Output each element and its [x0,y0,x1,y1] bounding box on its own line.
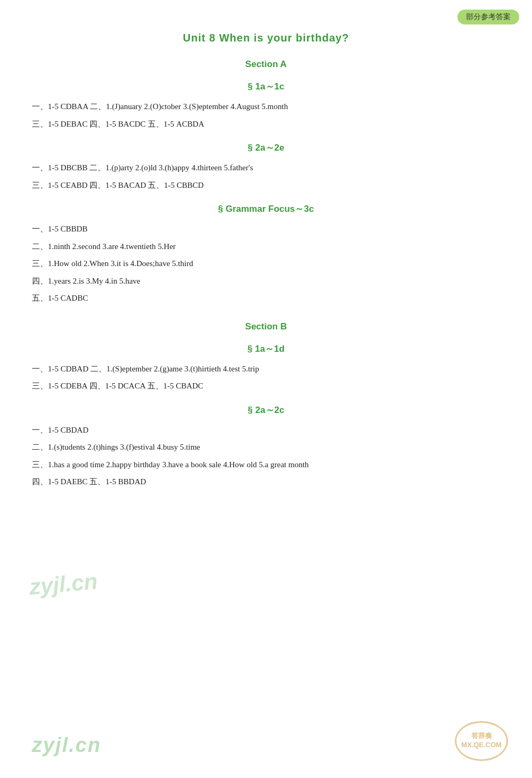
sub-section-2a2e-title: § 2a～2e [32,142,500,154]
sub-section-2a2c-content: 一、1-5 CBDAD 二、1.(s)tudents 2.(t)hings 3.… [32,424,500,489]
answer-line: 三、1.has a good time 2.happy birthday 3.h… [32,458,500,472]
sub-section-1a1d-content: 一、1-5 CDBAD 二、1.(S)eptember 2.(g)ame 3.(… [32,362,500,393]
answer-line: 四、1-5 DAEBC 五、1-5 BBDAD [32,475,500,489]
answer-line: 三、1-5 CDEBA 四、1-5 DCACA 五、1-5 CBADC [32,379,500,393]
watermark-right: 答辞奏 MX.QE.COM [452,719,511,762]
sub-section-1a1c-content: 一、1-5 CDBAA 二、1.(J)anuary 2.(O)ctober 3.… [32,100,500,131]
stamp-overlay: zyjl.cn [28,568,98,600]
watermark-left: zyjl.cn [32,734,101,757]
answer-line: 三、1-5 CEABD 四、1-5 BACAD 五、1-5 CBBCD [32,179,500,193]
sub-section-2a2c-title: § 2a～2c [32,404,500,416]
answer-line: 二、1.(s)tudents 2.(t)hings 3.(f)estival 4… [32,441,500,454]
answer-line: 二、1.ninth 2.second 3.are 4.twentieth 5.H… [32,240,500,254]
watermark-circle: 答辞奏 MX.QE.COM [455,721,508,761]
answer-line: 四、1.years 2.is 3.My 4.in 5.have [32,275,500,288]
sub-section-1a1c-title: § 1a～1c [32,80,500,93]
section-a-title: Section A [32,59,500,70]
answer-line: 三、1-5 DEBAC 四、1-5 BACDC 五、1-5 ACBDA [32,118,500,131]
unit-title: Unit 8 When is your birthday? [32,32,500,44]
answer-line: 三、1.How old 2.When 3.it is 4.Does;have 5… [32,257,500,271]
answer-line: 一、1-5 CBBDB [32,222,500,236]
sub-section-1a1d-title: § 1a～1d [32,343,500,355]
answer-line: 一、1-5 DBCBB 二、1.(p)arty 2.(o)ld 3.(h)app… [32,161,500,175]
answer-badge: 部分参考答案 [458,10,519,24]
section-b-title: Section B [32,321,500,332]
answer-line: 一、1-5 CBDAD [32,424,500,437]
answer-line: 一、1-5 CDBAA 二、1.(J)anuary 2.(O)ctober 3.… [32,100,500,114]
sub-section-grammar-content: 一、1-5 CBBDB 二、1.ninth 2.second 3.are 4.t… [32,222,500,305]
answer-line: 一、1-5 CDBAD 二、1.(S)eptember 2.(g)ame 3.(… [32,362,500,376]
watermark-inner: 答辞奏 MX.QE.COM [461,732,502,750]
answer-line: 五、1-5 CADBC [32,292,500,305]
sub-section-2a2e-content: 一、1-5 DBCBB 二、1.(p)arty 2.(o)ld 3.(h)app… [32,161,500,192]
sub-section-grammar-title: § Grammar Focus～3c [32,203,500,215]
